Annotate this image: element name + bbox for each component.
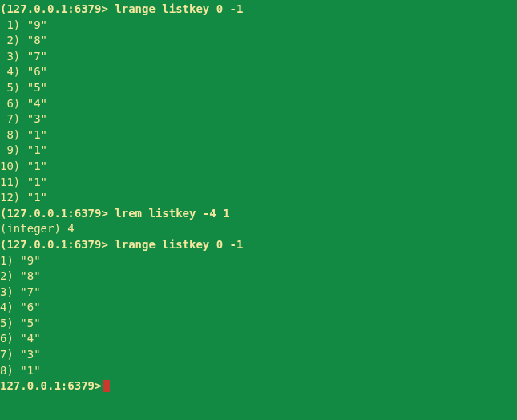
list-item: 4) "6": [0, 64, 517, 80]
result-value: "4": [27, 97, 47, 110]
result-value: "8": [27, 34, 47, 46]
cursor: [103, 380, 110, 392]
result-value: "7": [27, 50, 47, 63]
result-index: 9): [0, 143, 20, 156]
command-line: (127.0.0.1:6379> lrange listkey 0 -1: [0, 2, 517, 18]
result-value: "1": [27, 128, 47, 141]
list-item: 5) "5": [0, 80, 517, 96]
integer-result: (integer) 4: [0, 221, 517, 237]
command-text: lrem listkey -4 1: [115, 207, 229, 220]
result-value: "3": [27, 112, 47, 125]
result-value: "1": [27, 143, 47, 156]
command-text: lrange listkey 0 -1: [115, 238, 243, 251]
result-value: "9": [27, 18, 47, 31]
list-item: 3) "7": [0, 285, 517, 301]
active-prompt-line[interactable]: 127.0.0.1:6379>: [0, 378, 517, 394]
command-line: (127.0.0.1:6379> lrange listkey 0 -1: [0, 237, 517, 253]
result-value: "1": [27, 191, 47, 204]
list-item: 2) "8": [0, 269, 517, 285]
result-value: "5": [20, 317, 40, 329]
result-index: 5): [0, 81, 20, 94]
result-index: 11): [0, 176, 20, 188]
prompt: (127.0.0.1:6379>: [0, 207, 108, 220]
result-index: 7): [0, 112, 20, 125]
list-item: 6) "4": [0, 96, 517, 112]
result-value: "4": [20, 332, 40, 345]
result-index: 3): [0, 285, 14, 298]
result-index: 5): [0, 317, 14, 329]
command-text: lrange listkey 0 -1: [115, 2, 243, 15]
result-index: 12): [0, 191, 20, 204]
result-index: 7): [0, 348, 14, 361]
result-index: 4): [0, 301, 14, 313]
prompt: 127.0.0.1:6379>: [0, 379, 101, 392]
result-index: 1): [0, 254, 14, 267]
list-item: 12) "1": [0, 190, 517, 206]
result-index: 6): [0, 97, 20, 110]
list-item: 6) "4": [0, 331, 517, 347]
result-index: 8): [0, 128, 20, 141]
result-value: "3": [20, 348, 40, 361]
list-item: 8) "1": [0, 363, 517, 379]
list-item: 9) "1": [0, 143, 517, 159]
result-value: "6": [27, 65, 47, 78]
list-item: 8) "1": [0, 127, 517, 143]
list-item: 4) "6": [0, 300, 517, 316]
result-value: "8": [20, 269, 40, 282]
result-index: 8): [0, 364, 14, 377]
result-index: 10): [0, 160, 20, 172]
list-item: 5) "5": [0, 316, 517, 332]
result-index: 6): [0, 332, 14, 345]
list-item: 7) "3": [0, 347, 517, 363]
result-index: 2): [0, 269, 14, 282]
result-index: 2): [0, 34, 20, 46]
prompt: (127.0.0.1:6379>: [0, 2, 108, 15]
command-line: (127.0.0.1:6379> lrem listkey -4 1: [0, 206, 517, 222]
list-item: 7) "3": [0, 111, 517, 127]
prompt: (127.0.0.1:6379>: [0, 238, 108, 251]
result-value: "5": [27, 81, 47, 94]
result-value: "6": [20, 301, 40, 313]
list-item: 10) "1": [0, 159, 517, 175]
list-item: 3) "7": [0, 49, 517, 65]
result-value: "1": [27, 176, 47, 188]
list-item: 1) "9": [0, 253, 517, 269]
result-value: "1": [20, 364, 40, 377]
result-index: 3): [0, 50, 20, 63]
result-index: 1): [0, 18, 20, 31]
list-item: 1) "9": [0, 18, 517, 34]
result-value: "7": [20, 285, 40, 298]
result-index: 4): [0, 65, 20, 78]
terminal-output[interactable]: (127.0.0.1:6379> lrange listkey 0 -1 1) …: [0, 2, 517, 394]
list-item: 11) "1": [0, 175, 517, 191]
list-item: 2) "8": [0, 33, 517, 49]
result-value: "9": [20, 254, 40, 267]
result-value: "1": [27, 160, 47, 172]
